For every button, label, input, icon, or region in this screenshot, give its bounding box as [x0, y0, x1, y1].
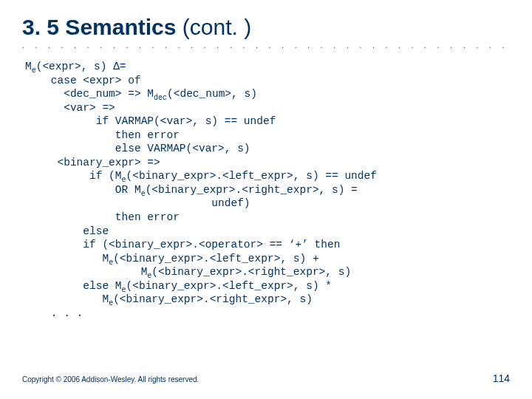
code-line: Me(<binary_expr>.<right_expr>, s): [25, 266, 351, 278]
code-line: if (Me(<binary_expr>.<left_expr>, s) == …: [25, 170, 377, 182]
slide: 3. 5 Semantics (cont. ) . . . . . . . . …: [0, 0, 532, 399]
code-line: <binary_expr> =>: [25, 157, 160, 168]
page-number: 114: [493, 372, 510, 384]
title-underline-dots: . . . . . . . . . . . . . . . . . . . . …: [22, 41, 510, 50]
footer: Copyright © 2006 Addison-Wesley. All rig…: [22, 372, 510, 384]
code-line: case <expr> of: [25, 75, 141, 86]
code-line: else: [25, 225, 109, 237]
slide-title: 3. 5 Semantics (cont. ): [22, 15, 510, 40]
code-line: undef): [25, 197, 250, 209]
code-line: else VARMAP(<var>, s): [25, 143, 250, 154]
title-cont: (cont. ): [183, 15, 251, 39]
code-line: <var> =>: [25, 102, 115, 114]
code-line: Me(<binary_expr>.<left_expr>, s) +: [25, 253, 319, 265]
code-line: Me(<binary_expr>.<right_expr>, s): [25, 293, 313, 305]
code-line: if (<binary_expr>.<operator> == ‘+’ then: [25, 239, 340, 250]
code-line: else Me(<binary_expr>.<left_expr>, s) *: [25, 280, 332, 292]
code-line: Me(<expr>, s) Δ=: [25, 61, 126, 72]
code-line: if VARMAP(<var>, s) == undef: [25, 115, 276, 127]
code-line: . . .: [25, 307, 83, 319]
semantics-code-block: Me(<expr>, s) Δ= case <expr> of <dec_num…: [25, 60, 510, 320]
code-line: <dec_num> => Mdec(<dec_num>, s): [25, 88, 257, 100]
code-line: then error: [25, 129, 180, 141]
code-line: OR Me(<binary_expr>.<right_expr>, s) =: [25, 184, 358, 196]
copyright-text: Copyright © 2006 Addison-Wesley. All rig…: [22, 375, 199, 383]
title-main: 3. 5 Semantics: [22, 15, 183, 39]
code-line: then error: [25, 211, 180, 223]
